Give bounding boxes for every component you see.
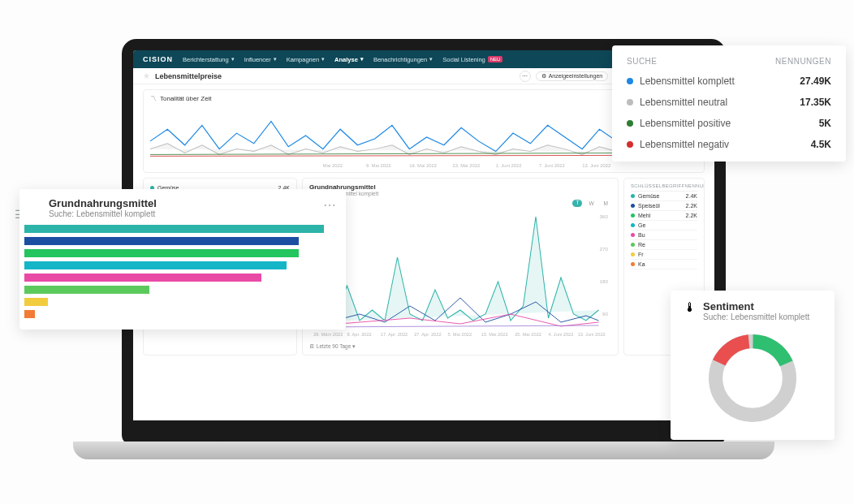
toggle-t[interactable]: T [572,200,582,207]
svg-text:5. Mai 2022: 5. Mai 2022 [448,332,472,337]
thermometer-icon: 🌡 [684,300,697,315]
legend-dot-icon [631,252,635,256]
bar-gemüse[interactable] [24,225,324,233]
sentiment-donut [684,330,822,427]
sentiment-title: Sentiment [703,300,809,312]
table-row[interactable]: Ge [631,221,697,230]
nav-benachrichtigungen[interactable]: Benachrichtigungen▾ [373,56,433,63]
svg-text:16. Mai 2022: 16. Mai 2022 [409,163,437,168]
table-row[interactable]: Bu [631,230,697,240]
svg-text:13. Juni 2022: 13. Juni 2022 [578,332,606,337]
chevron-down-icon: ▾ [274,56,277,62]
toggle-m[interactable]: M [601,200,611,207]
nav-berichterstattung[interactable]: Berichterstattung▾ [183,56,235,63]
svg-text:25. Mai 2022: 25. Mai 2022 [515,332,541,337]
grundnahrungsmittel-line-panel: Grundnahrungsmittel Suche: Lebensmittel … [302,178,619,355]
more-icon[interactable]: ⋯ [323,197,336,213]
bars-title: Grundnahrungsmittel [49,197,157,209]
legend-dot-icon [627,78,633,84]
bar-reis[interactable] [24,286,149,294]
table-row[interactable]: Re [631,240,697,250]
new-badge: NEU [488,56,503,62]
panel-title: Grundnahrungsmittel [309,183,611,191]
nav-analyse[interactable]: Analyse▾ [334,56,364,63]
svg-text:270: 270 [600,246,609,252]
mentions-header: SUCHE NENNUNGEN [627,57,831,66]
legend-dot-icon [631,204,635,208]
table-row[interactable]: Ka [631,260,697,269]
donut-chart-svg [704,330,801,427]
legend-dot-icon [627,120,633,127]
bars-container [24,225,336,318]
chevron-down-icon: ▾ [429,56,433,62]
chevron-down-icon: ▾ [231,56,235,62]
svg-text:27. Apr. 2022: 27. Apr. 2022 [414,332,441,337]
bar-butter[interactable] [24,274,261,282]
legend-dot-icon [631,194,635,198]
panel-subtitle: Suche: Lebensmittel komplett [309,191,611,196]
mention-row[interactable]: Lebensmittel positive5K [627,118,831,129]
svg-text:1. Juni 2022: 1. Juni 2022 [496,163,522,168]
laptop-base [73,442,774,459]
svg-text:90: 90 [602,311,609,317]
nav-social-listening[interactable]: Social ListeningNEU [442,56,502,63]
sentiment-overlay-card: 🌡 Sentiment Suche: Lebensmittel komplett [671,291,835,440]
svg-text:29. März 2022: 29. März 2022 [313,332,343,337]
table-row[interactable]: Mehl2.2K [631,211,697,221]
legend-dot-icon [631,213,635,218]
legend-dot-icon [631,223,635,227]
bar-mehl[interactable] [24,249,299,257]
mention-row[interactable]: Lebensmittel neutral17.35K [627,97,831,108]
svg-text:15. Mai 2022: 15. Mai 2022 [481,332,508,337]
bars-overlay-card: Grundnahrungsmittel Suche: Lebensmittel … [19,189,346,330]
mention-row[interactable]: Lebensmittel komplett27.49K [627,75,831,87]
more-button[interactable]: ⋯ [520,71,531,82]
svg-text:180: 180 [600,278,609,284]
chevron-down-icon: ▾ [321,56,325,62]
legend-dot-icon [627,99,633,106]
line-chart-icon: 〽 [150,95,157,102]
svg-text:17. Apr. 2022: 17. Apr. 2022 [381,332,408,337]
table-row[interactable]: Gemüse2.4K [631,192,697,201]
nav-influencer[interactable]: Influencer▾ [244,56,277,63]
grundnahrungsmittel-chart-svg: 360 270 180 90 29. März 2022 8. Apr. 202… [309,209,611,338]
legend-dot-icon [631,233,635,237]
svg-text:23. Mai 2022: 23. Mai 2022 [453,163,481,168]
logo: CISION [143,55,173,63]
svg-text:360: 360 [600,213,609,219]
tonality-chart-svg: 1K 500 250 Mai 2022 9. Mai 2022 16. Mai … [150,106,634,169]
bar-getreide[interactable] [24,261,287,269]
chart-title: Tonalität über Zeit [160,95,212,102]
toggle-w[interactable]: W [585,200,597,207]
nav-kampagnen[interactable]: Kampagnen▾ [287,56,325,63]
mention-row[interactable]: Lebensmittel negativ4.5K [627,139,831,150]
legend-dot-icon [627,141,633,148]
chevron-down-icon: ▾ [360,56,364,62]
page-title: Lebensmittelpreise [155,72,222,80]
legend-dot-icon [631,262,635,266]
sentiment-subtitle: Suche: Lebensmittel komplett [703,312,809,321]
bar-speiseöl[interactable] [24,237,299,245]
table-row[interactable]: Speiseöl2.2K [631,201,697,211]
side-keywords-head: SCHLÜSSELBEGRIFFNENNUNGEN [631,183,697,192]
table-row[interactable]: Fr [631,250,697,260]
mentions-overlay-card: SUCHE NENNUNGEN Lebensmittel komplett27.… [612,45,846,162]
svg-text:13. Juni 2022: 13. Juni 2022 [582,163,610,168]
svg-text:4. Juni 2022: 4. Juni 2022 [549,332,574,337]
bar-früchte[interactable] [24,298,48,306]
bar-kartoffel[interactable] [24,310,35,318]
legend-dot-icon [631,243,635,247]
svg-text:7. Juni 2022: 7. Juni 2022 [539,163,565,168]
svg-text:9. Mai 2022: 9. Mai 2022 [366,163,391,168]
display-settings-button[interactable]: ⚙ Anzeigeeinstellungen [536,71,609,81]
svg-text:Mai 2022: Mai 2022 [323,163,343,168]
svg-text:8. Apr. 2022: 8. Apr. 2022 [347,332,372,337]
favorite-star-icon[interactable]: ★ [143,71,150,80]
bars-subtitle: Suche: Lebensmittel komplett [49,209,157,218]
date-range-footer[interactable]: 🗓 Letzte 90 Tage ▾ [309,343,611,350]
